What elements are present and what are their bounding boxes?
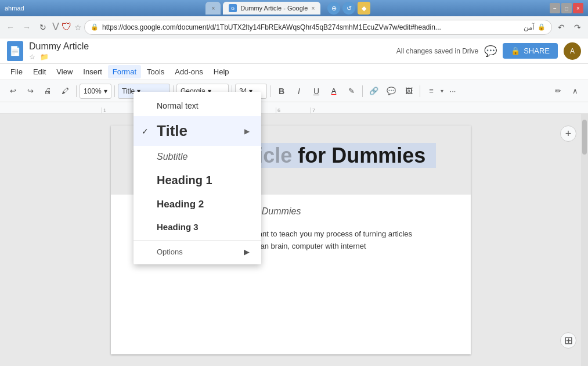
- menu-file[interactable]: File: [6, 65, 27, 78]
- bookmark-icon[interactable]: ☆: [74, 23, 82, 32]
- undo-button[interactable]: ↩: [5, 83, 21, 99]
- separator-7: [420, 85, 420, 97]
- doc-scroll[interactable]: Dummy Article for Dummies Dummy Article …: [0, 114, 581, 366]
- underline-button[interactable]: U: [308, 83, 324, 99]
- italic-button[interactable]: I: [291, 83, 307, 99]
- title-bar: ahmad × G Dummy Article - Google × ⊕ ↺ ◆…: [0, 0, 588, 16]
- extension-icon-1[interactable]: ⊕: [327, 2, 340, 15]
- toolbar: ↩ ↪ 🖨 🖍 100% ▾ Title ▾ Georgia ▾ 34 ▾ B …: [0, 80, 588, 102]
- address-text[interactable]: https://docs.google.com/document/d/1TbUT…: [102, 23, 520, 31]
- history-forward-button[interactable]: ↷: [571, 20, 585, 34]
- forward-button[interactable]: →: [20, 20, 34, 34]
- doc-title-area: Dummy Article ☆ 📁: [29, 41, 396, 61]
- separator-6: [362, 85, 363, 97]
- address-bar[interactable]: 🔒 https://docs.google.com/document/d/1Tb…: [84, 20, 552, 35]
- collapse-button[interactable]: ∧: [567, 83, 583, 99]
- highlight-button[interactable]: ✎: [343, 83, 359, 99]
- zoom-select[interactable]: 100% ▾: [80, 84, 111, 99]
- separator-1: [76, 85, 77, 97]
- doc-icon: 📄: [7, 41, 23, 61]
- separator-5: [270, 85, 270, 97]
- print-button[interactable]: 🖨: [39, 83, 56, 99]
- ruler-mark-7: 7: [311, 107, 345, 113]
- user-avatar[interactable]: A: [564, 42, 581, 60]
- menu-insert[interactable]: Insert: [78, 65, 107, 78]
- align-button[interactable]: ≡: [423, 83, 439, 99]
- menu-help[interactable]: Help: [209, 65, 234, 78]
- comment-icon[interactable]: 💬: [484, 45, 497, 58]
- menu-bar: File Edit View Insert Format Tools Add-o…: [0, 64, 588, 80]
- username-label: ahmad: [5, 5, 24, 12]
- share-button[interactable]: 🔒 SHARE: [503, 43, 558, 59]
- share-lock-icon: 🔒: [511, 46, 520, 55]
- style-dropdown: Normal text ✓ Title ▶ Subtitle Heading 1…: [134, 92, 261, 264]
- tab-bar: × G Dummy Article - Google × ⊕ ↺ ◆: [205, 2, 370, 15]
- edit-icon-button[interactable]: ✏: [550, 83, 566, 99]
- extension-icon-3[interactable]: ◆: [358, 2, 370, 15]
- title-arrow: ▶: [244, 127, 250, 135]
- doc-title-icons: ☆ 📁: [29, 53, 396, 61]
- doc-header: 📄 Dummy Article ☆ 📁 All changes saved in…: [0, 38, 588, 64]
- tab-favicon: G: [229, 4, 237, 12]
- secure-icon: 🔒: [538, 23, 546, 31]
- menu-format[interactable]: Format: [108, 65, 141, 78]
- more-button[interactable]: ···: [445, 83, 461, 99]
- reload-button[interactable]: ↻: [36, 20, 50, 34]
- doc-area: Dummy Article for Dummies Dummy Article …: [0, 114, 588, 366]
- title-checkmark: ✓: [142, 127, 149, 136]
- link-button[interactable]: 🔗: [366, 83, 382, 99]
- ruler-mark-1: 1: [102, 107, 136, 113]
- share-label: SHARE: [524, 46, 550, 55]
- tab-active-label: Dummy Article - Google: [240, 5, 308, 12]
- vivaldi-icon[interactable]: V: [52, 21, 59, 33]
- menu-addons[interactable]: Add-ons: [170, 65, 207, 78]
- tab-close-inactive[interactable]: ×: [211, 5, 215, 12]
- title-bar-left: ahmad: [5, 5, 27, 12]
- history-back-button[interactable]: ↶: [554, 20, 568, 34]
- extension-icon-2[interactable]: ↺: [342, 2, 355, 15]
- maximize-button[interactable]: □: [561, 3, 572, 13]
- window-controls: − □ ×: [550, 3, 583, 13]
- dropdown-title[interactable]: ✓ Title ▶: [134, 116, 261, 146]
- saved-status: All changes saved in Drive: [396, 47, 478, 55]
- menu-view[interactable]: View: [52, 65, 77, 78]
- options-arrow: ▶: [244, 247, 250, 256]
- dropdown-options[interactable]: Options ▶: [134, 243, 261, 261]
- menu-tools[interactable]: Tools: [142, 65, 169, 78]
- tab-close-active[interactable]: ×: [311, 5, 315, 12]
- lock-icon: 🔒: [91, 23, 99, 31]
- dropdown-divider: [134, 240, 261, 241]
- dropdown-heading2[interactable]: Heading 2: [134, 193, 261, 216]
- folder-icon[interactable]: 📁: [40, 53, 49, 61]
- normal-text-label: Normal text: [157, 101, 199, 110]
- plus-button-bottom[interactable]: ⊞: [560, 332, 576, 349]
- language-label: آمن: [524, 23, 534, 31]
- star-icon[interactable]: ☆: [29, 53, 35, 61]
- back-button[interactable]: ←: [3, 20, 17, 34]
- heading3-label: Heading 3: [157, 222, 199, 232]
- comment-button[interactable]: 💬: [383, 83, 399, 99]
- tab-inactive[interactable]: ×: [205, 2, 221, 15]
- text-color-button[interactable]: A: [326, 83, 342, 99]
- dropdown-heading3[interactable]: Heading 3: [134, 216, 261, 238]
- plus-button-top[interactable]: +: [560, 125, 576, 142]
- style-value: Title: [122, 87, 135, 95]
- close-button[interactable]: ×: [573, 3, 583, 13]
- brave-icon[interactable]: 🛡: [62, 21, 72, 33]
- dropdown-heading1[interactable]: Heading 1: [134, 168, 261, 193]
- heading2-label: Heading 2: [157, 199, 204, 210]
- paint-format-button[interactable]: 🖍: [57, 83, 73, 99]
- menu-edit[interactable]: Edit: [28, 65, 50, 78]
- scrollbar-thumb[interactable]: [582, 120, 587, 155]
- dropdown-subtitle[interactable]: Subtitle: [134, 146, 261, 168]
- minimize-button[interactable]: −: [550, 3, 560, 13]
- tab-active[interactable]: G Dummy Article - Google ×: [223, 2, 320, 15]
- doc-title[interactable]: Dummy Article: [29, 41, 396, 52]
- title-suffix: for Dummies: [298, 143, 425, 167]
- image-button[interactable]: 🖼: [401, 83, 417, 99]
- doc-scrollbar[interactable]: [581, 114, 588, 366]
- dropdown-normal-text[interactable]: Normal text: [134, 95, 261, 116]
- redo-button[interactable]: ↪: [22, 83, 38, 99]
- bold-button[interactable]: B: [273, 83, 290, 99]
- subtitle-label: Subtitle: [157, 152, 187, 162]
